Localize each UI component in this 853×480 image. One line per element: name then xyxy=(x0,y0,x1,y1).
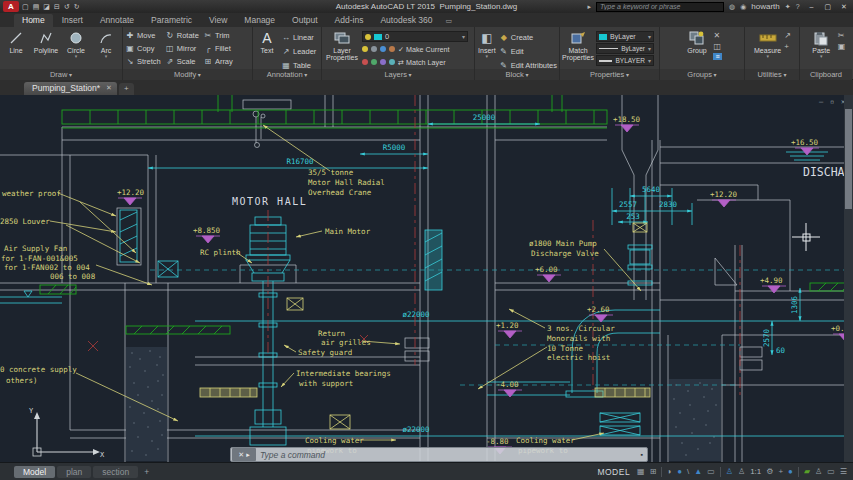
viewport-controls[interactable]: ‒ ▫ ✕ xyxy=(819,98,845,106)
command-grip[interactable]: ✕ ▸ xyxy=(232,448,256,461)
panel-label-block[interactable]: Block xyxy=(475,69,559,80)
undo-icon[interactable]: ↺ xyxy=(64,3,70,11)
array-button[interactable]: ⊞Array xyxy=(203,55,233,67)
tab-manage[interactable]: Manage xyxy=(236,14,283,27)
quick-select-icon[interactable]: ↗ xyxy=(784,31,791,40)
leader-button[interactable]: ↗Leader xyxy=(281,45,316,57)
file-tab-active[interactable]: Pumping_Station* ✕ xyxy=(24,82,117,95)
snap-icon[interactable]: ⊞ xyxy=(650,467,657,476)
group-edit-icon[interactable]: ◫ xyxy=(713,42,721,51)
search-go-icon[interactable]: ▸ xyxy=(588,3,592,11)
tab-annotate[interactable]: Annotate xyxy=(92,14,142,27)
tab-autodesk360[interactable]: Autodesk 360 xyxy=(372,14,440,27)
layer-unlock-icon[interactable] xyxy=(371,59,377,65)
command-input[interactable]: Type a command xyxy=(260,450,325,460)
layer-off-icon[interactable] xyxy=(362,46,368,52)
a360-icon[interactable]: ◍ xyxy=(729,3,735,11)
ungroup-icon[interactable]: ✕ xyxy=(713,31,721,40)
model-space-toggle[interactable]: MODEL xyxy=(597,467,630,477)
paste-button[interactable]: Paste▾ xyxy=(807,28,836,60)
isodraft-icon[interactable]: ◗ xyxy=(667,467,672,476)
restore-icon[interactable]: ▢ xyxy=(821,3,835,11)
new-icon[interactable]: ▢ xyxy=(22,3,29,11)
tab-view[interactable]: View xyxy=(201,14,235,27)
app-logo-icon[interactable]: A xyxy=(3,1,19,12)
annotation-monitor-icon[interactable]: + xyxy=(778,467,783,476)
autoscale-icon[interactable]: ♙ xyxy=(738,467,745,476)
insert-button[interactable]: ◧ Insert▾ xyxy=(477,28,497,60)
polar-tracking-icon[interactable]: \ xyxy=(687,467,689,476)
osnap-icon[interactable]: ▭ xyxy=(707,467,715,476)
layer-merge-icon[interactable] xyxy=(389,59,395,65)
layout-tab-section[interactable]: section xyxy=(93,466,138,478)
user-icon[interactable]: ◉ xyxy=(740,3,746,11)
new-layout-button[interactable]: + xyxy=(140,467,153,477)
new-file-tab-button[interactable]: + xyxy=(119,83,134,95)
workspace-gear-icon[interactable]: ⚙ xyxy=(766,467,773,476)
move-button[interactable]: ✚Move xyxy=(125,29,161,41)
close-icon[interactable]: ✕ xyxy=(837,3,851,11)
layer-dropdown[interactable]: 0 ▾ xyxy=(362,31,468,42)
tab-addins[interactable]: Add-ins xyxy=(327,14,372,27)
ortho-icon[interactable]: ● xyxy=(677,467,682,476)
vertical-scrollbar[interactable] xyxy=(844,95,853,462)
group-selection-icon[interactable]: ≡ xyxy=(713,53,721,60)
copy-button[interactable]: ▣Copy xyxy=(125,42,161,54)
edit-block-button[interactable]: ✎Edit xyxy=(499,45,557,57)
layer-delete-icon[interactable] xyxy=(362,59,368,65)
panel-label-clipboard[interactable]: Clipboard xyxy=(800,69,852,80)
color-dropdown[interactable]: ByLayer▾ xyxy=(596,31,654,42)
drawing-svg[interactable]: R16700 R5000 25000 ø22000 ø22000 5640 25… xyxy=(0,95,853,462)
annotation-scale-value[interactable]: 1:1 xyxy=(750,467,761,476)
panel-label-annotation[interactable]: Annotation xyxy=(253,69,321,80)
layer-walk-icon[interactable] xyxy=(380,59,386,65)
group-button[interactable]: Group xyxy=(682,28,711,54)
scale-button[interactable]: ⇗Scale xyxy=(165,55,199,67)
stretch-button[interactable]: ↘Stretch xyxy=(125,55,161,67)
customization-icon[interactable]: ☰ xyxy=(840,467,847,476)
layer-isolate-icon[interactable] xyxy=(389,46,395,52)
drawing-canvas[interactable]: R16700 R5000 25000 ø22000 ø22000 5640 25… xyxy=(0,95,853,462)
quick-properties-icon[interactable]: ● xyxy=(788,467,793,476)
fillet-button[interactable]: ╭Fillet xyxy=(203,42,233,54)
lineweight-dropdown[interactable]: BYLAYER▾ xyxy=(596,55,654,66)
search-input[interactable] xyxy=(596,2,724,12)
copy-clip-icon[interactable]: ▣ xyxy=(838,42,846,51)
viewport-minimize-icon[interactable]: ‒ xyxy=(819,98,824,106)
layer-freeze-icon[interactable] xyxy=(371,46,377,52)
id-point-icon[interactable]: + xyxy=(784,42,791,51)
save-icon[interactable]: ◪ xyxy=(43,3,50,11)
measure-button[interactable]: Measure▾ xyxy=(753,28,782,60)
line-button[interactable]: Line xyxy=(2,28,30,54)
panel-label-utilities[interactable]: Utilities xyxy=(745,69,799,80)
apps-icon[interactable]: ✦ xyxy=(785,3,791,11)
create-block-button[interactable]: ◆Create xyxy=(499,31,557,43)
scrollbar-thumb[interactable] xyxy=(845,109,852,209)
command-options-icon[interactable]: ▪ xyxy=(641,451,643,458)
polyline-button[interactable]: Polyline xyxy=(32,28,60,54)
command-close-icon[interactable]: ✕ xyxy=(238,451,244,459)
command-line[interactable]: ✕ ▸ Type a command ▪ xyxy=(230,447,648,462)
rotate-button[interactable]: ↻Rotate xyxy=(165,29,199,41)
layout-tab-model[interactable]: Model xyxy=(14,466,55,478)
text-button[interactable]: A Text xyxy=(255,28,279,54)
tab-home[interactable]: Home xyxy=(14,14,53,27)
tab-parametric[interactable]: Parametric xyxy=(143,14,200,27)
annotation-visibility-icon[interactable]: ♙ xyxy=(726,467,733,476)
circle-button[interactable]: Circle▾ xyxy=(62,28,90,60)
trim-button[interactable]: ✂Trim xyxy=(203,29,233,41)
linear-button[interactable]: ↔Linear xyxy=(281,31,316,43)
mirror-button[interactable]: ◫Mirror xyxy=(165,42,199,54)
redo-icon[interactable]: ↻ xyxy=(74,3,80,11)
clean-screen-icon[interactable]: ▭ xyxy=(827,467,835,476)
graphics-performance-icon[interactable]: ▰ xyxy=(804,467,810,476)
match-layer-button[interactable]: ⇄ Match Layer xyxy=(398,58,446,67)
file-tab-close-icon[interactable]: ✕ xyxy=(106,84,112,92)
panel-label-modify[interactable]: Modify xyxy=(123,69,252,80)
signed-in-user[interactable]: howarth xyxy=(751,2,779,11)
cut-icon[interactable]: ✂ xyxy=(838,31,846,40)
panel-label-layers[interactable]: Layers xyxy=(322,69,474,80)
arc-button[interactable]: Arc▾ xyxy=(92,28,120,60)
open-icon[interactable]: ▤ xyxy=(33,3,40,11)
layer-lock-icon[interactable] xyxy=(380,46,386,52)
